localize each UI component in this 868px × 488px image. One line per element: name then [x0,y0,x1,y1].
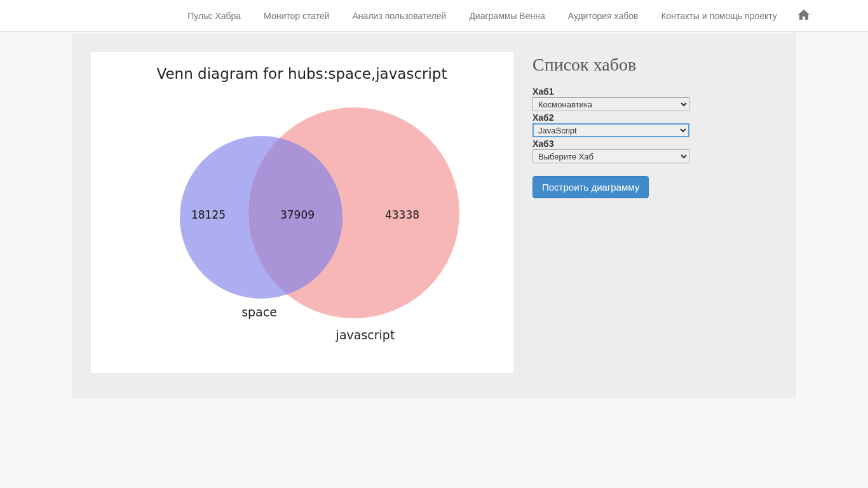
nav-item-user-analysis[interactable]: Анализ пользователей [341,1,458,30]
sidebar: Список хабов Хаб1 Космонавтика Хаб2 Java… [532,52,777,373]
nav-item-monitor[interactable]: Монитор статей [252,1,341,30]
venn-count-left: 18125 [191,208,226,221]
form-group-hub2: Хаб2 JavaScript [532,112,777,137]
venn-svg: Venn diagram for hubs:space,javascript 1… [91,52,513,373]
hub3-label: Хаб3 [532,139,777,149]
navbar-nav: Пульс Хабра Монитор статей Анализ пользо… [176,1,819,30]
form-group-hub3: Хаб3 Выберите Хаб [532,139,777,163]
sidebar-title: Список хабов [532,55,777,75]
hub1-label: Хаб1 [532,86,777,97]
home-icon[interactable] [789,2,819,29]
hub2-select[interactable]: JavaScript [532,123,689,137]
venn-label-right: javascript [336,328,395,342]
venn-count-right: 43338 [385,208,419,221]
form-group-hub1: Хаб1 Космонавтика [532,86,777,111]
venn-label-left: space [241,305,277,319]
nav-item-venn[interactable]: Диаграммы Венна [458,1,556,30]
chart-title: Venn diagram for hubs:space,javascript [156,65,447,82]
main-container: Venn diagram for hubs:space,javascript 1… [72,33,796,398]
navbar: Пульс Хабра Монитор статей Анализ пользо… [0,0,868,32]
nav-item-audience[interactable]: Аудитория хабов [557,1,650,30]
hub2-label: Хаб2 [532,112,777,123]
hub3-select[interactable]: Выберите Хаб [532,149,689,163]
nav-item-contacts[interactable]: Контакты и помощь проекту [649,1,788,30]
hub1-select[interactable]: Космонавтика [532,97,689,111]
panel: Venn diagram for hubs:space,javascript 1… [72,33,796,398]
venn-chart: Venn diagram for hubs:space,javascript 1… [91,52,513,373]
venn-count-intersection: 37909 [280,208,315,221]
build-diagram-button[interactable]: Построить диаграмму [532,176,649,198]
nav-item-pulse[interactable]: Пульс Хабра [176,1,252,30]
